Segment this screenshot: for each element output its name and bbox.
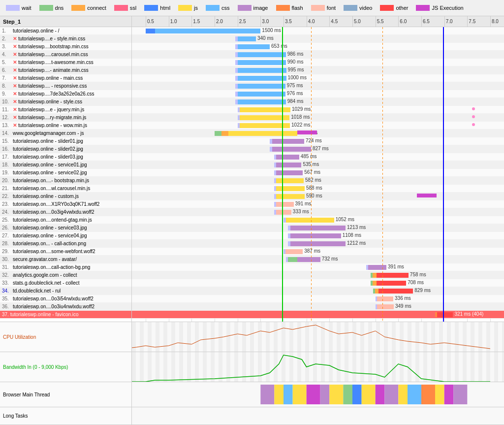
timeline-row: 485 ms bbox=[132, 153, 504, 161]
resource-row[interactable]: 8.✕tutorialeswp.... - responsive.css bbox=[0, 82, 131, 90]
legend-color-font bbox=[311, 5, 325, 11]
resource-row[interactable]: 32.analytics.google.com - collect bbox=[0, 271, 131, 279]
bar-segment bbox=[238, 131, 279, 136]
resource-row[interactable]: 22.tutorialeswp.online - custom.js bbox=[0, 193, 131, 200]
legend-item-html[interactable]: html bbox=[140, 0, 174, 16]
resource-row[interactable]: 31.tutorialeswp.on....call-action-bg.png bbox=[0, 263, 131, 271]
resource-row[interactable]: 6.✕tutorialeswp....- animate.min.css bbox=[0, 66, 131, 74]
timeline-row: 827 ms bbox=[132, 145, 504, 153]
resource-row[interactable]: 19.tutorialeswp.online - service02.jpg bbox=[0, 169, 131, 177]
resource-row[interactable]: 35.tutorialeswp.on....0o3i54rwlxdu.woff2 bbox=[0, 295, 131, 303]
legend-item-wait[interactable]: wait bbox=[2, 0, 35, 16]
resource-row[interactable]: 9.✕tutorialeswp....7de3a262e0a26.css bbox=[0, 90, 131, 98]
legend-item-connect[interactable]: connect bbox=[67, 0, 110, 16]
ms-label: 1213 ms bbox=[347, 225, 366, 230]
bw-canvas bbox=[132, 352, 504, 382]
resource-row[interactable]: 12.✕tutorialeswp....ry-migrate.min.js bbox=[0, 114, 131, 122]
resource-row[interactable]: 5.✕tutorialeswp.....t-awesome.min.css bbox=[0, 59, 131, 66]
resource-row[interactable]: 4.✕tutorialeswp.....carousel.min.css bbox=[0, 51, 131, 59]
bmt-canvas bbox=[132, 382, 504, 407]
resource-row[interactable]: 15.tutorialeswp.online - slider01.jpg bbox=[0, 137, 131, 145]
timeline-row: 1022 ms bbox=[132, 122, 504, 130]
bar-segment bbox=[215, 131, 221, 136]
legend-color-dns bbox=[39, 5, 53, 11]
bar-segment bbox=[238, 99, 286, 104]
bw-label: Bandwidth In (0 - 9,000 Kbps) bbox=[0, 352, 132, 382]
resource-row[interactable]: 7.✕tutorialeswp.online - main.css bbox=[0, 74, 131, 82]
bar-segment bbox=[373, 273, 376, 278]
bar-segment bbox=[373, 281, 376, 286]
bar-segment bbox=[238, 60, 286, 65]
legend-item-flash[interactable]: flash bbox=[272, 0, 307, 16]
ms-label: 391 ms bbox=[388, 264, 404, 269]
lt-chart bbox=[132, 407, 504, 425]
timeline-row: 387 ms bbox=[132, 248, 504, 256]
resource-row[interactable]: 14.www.googletagmanager.com - js bbox=[0, 130, 131, 137]
bar-segment bbox=[272, 139, 304, 144]
resource-row[interactable]: 16.tutorialeswp.online - slider02.jpg bbox=[0, 145, 131, 153]
bmt-chart bbox=[132, 382, 504, 407]
resource-row[interactable]: 23.tutorialeswp.on....X1RY0o3q0K71.woff2 bbox=[0, 200, 131, 208]
resource-row[interactable]: 26.tutorialeswp.online - service03.jpg bbox=[0, 224, 131, 232]
js-execution-dot bbox=[472, 107, 475, 110]
resource-row[interactable]: 20.tutorialeswp.on....- bootstrap.min.js bbox=[0, 177, 131, 185]
resource-row[interactable]: 33.stats.g.doubleclick.net - collect bbox=[0, 279, 131, 287]
ms-label: 387 ms bbox=[304, 248, 320, 254]
legend-item-js[interactable]: js bbox=[174, 0, 202, 16]
resource-row[interactable]: 10.✕tutorialeswp.online - style.css bbox=[0, 98, 131, 106]
time-axis: 0.51.01.52.02.53.03.54.04.55.05.56.06.57… bbox=[132, 16, 504, 27]
timeline-row: 1052 ms bbox=[132, 216, 504, 224]
resource-row[interactable]: 21.tutorialeswp.on....wl.carousel.min.js bbox=[0, 185, 131, 193]
legend-color-flash bbox=[276, 5, 290, 11]
legend-color-html bbox=[144, 5, 158, 11]
ms-label: 653 ms bbox=[271, 43, 287, 49]
timeline-row: 1000 ms bbox=[132, 74, 504, 82]
js-execution-dot bbox=[472, 123, 475, 126]
ms-label: 1029 ms bbox=[292, 106, 311, 112]
resource-row[interactable]: 1.tutorialeswp.online - / bbox=[0, 27, 131, 35]
bar-segment bbox=[276, 202, 293, 207]
legend-item-other[interactable]: other bbox=[376, 0, 412, 16]
resource-row[interactable]: 25.tutorialeswp.on....ontend-gtag.min.js bbox=[0, 216, 131, 224]
bw-label-text: Bandwidth In (0 - 9,000 Kbps) bbox=[3, 364, 68, 370]
resource-row[interactable]: 29.tutorialeswp.on....some-webfont.woff2 bbox=[0, 248, 131, 256]
resource-row[interactable]: 13.✕tutorialeswp.online - wow.min.js bbox=[0, 122, 131, 130]
orange-dashed-line bbox=[382, 27, 383, 322]
resource-row[interactable]: 34.td.doubleclick.net - rul bbox=[0, 287, 131, 295]
resource-row[interactable]: 28.tutorialeswp.on... - call-action.png bbox=[0, 240, 131, 248]
legend-item-ssl[interactable]: ssl bbox=[110, 0, 140, 16]
resource-list: 1.tutorialeswp.online - /2.✕tutorialeswp… bbox=[0, 27, 131, 322]
legend-item-css[interactable]: css bbox=[202, 0, 234, 16]
lt-canvas bbox=[132, 407, 504, 425]
resource-row[interactable]: 17.tutorialeswp.online - slider03.jpg bbox=[0, 153, 131, 161]
legend-item-image[interactable]: image bbox=[234, 0, 272, 16]
time-tick: 6.5 bbox=[421, 16, 430, 27]
resource-row[interactable]: 11.✕tutorialeswp....e - jquery.min.js bbox=[0, 106, 131, 114]
cpu-chart bbox=[132, 322, 504, 352]
bmt-section: Browser Main Thread bbox=[0, 382, 504, 407]
resource-row[interactable]: 2.✕tutorialeswp....e - style.min.css bbox=[0, 35, 131, 43]
legend-item-video[interactable]: video bbox=[340, 0, 376, 16]
resource-row[interactable]: 37. tutorialeswp.online - favicon.ico bbox=[0, 311, 131, 319]
bar-segment bbox=[228, 131, 238, 136]
ms-label: 708 ms bbox=[408, 280, 424, 285]
ms-label: 567 ms bbox=[304, 169, 320, 175]
bw-section: Bandwidth In (0 - 9,000 Kbps) bbox=[0, 352, 504, 382]
resource-row[interactable]: 18.tutorialeswp.online - service01.jpg bbox=[0, 161, 131, 169]
ms-label: 1212 ms bbox=[347, 240, 366, 246]
resource-row[interactable]: 24.tutorialeswp.on....0o3ig4vwlxdu.woff2 bbox=[0, 208, 131, 216]
step-label-text: Step_1 bbox=[3, 19, 21, 25]
legend-item-js-execution[interactable]: JS Execution bbox=[412, 0, 467, 16]
resource-row[interactable]: 3.✕tutorialeswp....bootstrap.min.css bbox=[0, 43, 131, 51]
timeline-row: 990 ms bbox=[132, 59, 504, 66]
resource-row[interactable]: 30.secure.gravatar.com - avatar/ bbox=[0, 256, 131, 263]
legend-color-video bbox=[344, 5, 357, 11]
green-vertical-line bbox=[282, 27, 283, 322]
ms-label: 582 ms bbox=[305, 177, 321, 183]
legend-item-font[interactable]: font bbox=[307, 0, 340, 16]
resource-row[interactable]: 36.tutorialeswp.on....0o3iu4nwlxdu.woff2 bbox=[0, 303, 131, 311]
legend-item-dns[interactable]: dns bbox=[35, 0, 68, 16]
resource-row[interactable]: 27.tutorialeswp.online - service04.jpg bbox=[0, 232, 131, 240]
bar-segment bbox=[377, 296, 393, 301]
bar-segment bbox=[375, 289, 378, 294]
